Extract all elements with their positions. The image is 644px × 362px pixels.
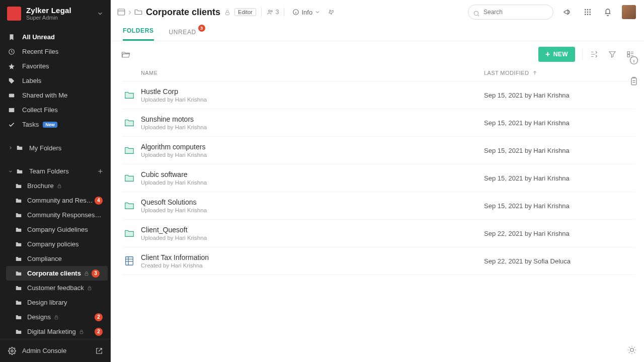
role-chip[interactable]: Editor bbox=[234, 8, 256, 16]
admin-console-label: Admin Console bbox=[22, 347, 66, 354]
tree-item-label: Company Guidelines bbox=[27, 226, 88, 233]
new-button[interactable]: + NEW bbox=[538, 47, 575, 62]
bell-icon[interactable] bbox=[602, 6, 614, 18]
file-row[interactable]: Hustle CorpUploaded by Hari KrishnaSep 1… bbox=[123, 81, 635, 109]
section-team-folders[interactable]: Team Folders + bbox=[0, 164, 111, 179]
nav-all-unread[interactable]: All Unread bbox=[0, 30, 111, 44]
tree-item-label: Customer feedback bbox=[27, 284, 84, 292]
star-icon bbox=[8, 63, 15, 70]
file-row[interactable]: Cubic softwareUploaded by Hari KrishnaSe… bbox=[123, 164, 635, 192]
column-name[interactable]: NAME bbox=[123, 70, 484, 76]
nav-label: Tasks bbox=[22, 121, 39, 128]
members-count[interactable]: 3 bbox=[267, 9, 279, 16]
tab-unread[interactable]: UNREAD 3 bbox=[169, 29, 196, 41]
nav-tasks[interactable]: Tasks New bbox=[0, 117, 111, 132]
info-icon bbox=[292, 9, 299, 16]
folder-open-icon[interactable] bbox=[121, 49, 131, 59]
column-modified-label: LAST MODIFIED bbox=[484, 70, 529, 76]
svg-point-11 bbox=[271, 11, 272, 12]
announce-icon[interactable] bbox=[561, 6, 574, 18]
row-title: Sunshine motors bbox=[141, 115, 484, 123]
tree-item-company-guidelines[interactable]: Company Guidelines bbox=[0, 222, 111, 237]
clipboard-icon[interactable] bbox=[629, 76, 639, 86]
svg-point-18 bbox=[587, 12, 589, 13]
row-subtitle: Uploaded by Hari Krishna bbox=[141, 207, 484, 213]
svg-rect-23 bbox=[627, 52, 630, 54]
breadcrumb-root-icon[interactable] bbox=[117, 8, 126, 17]
sort-icon[interactable] bbox=[590, 50, 599, 59]
lock-icon bbox=[79, 329, 84, 334]
lock-icon bbox=[57, 184, 62, 189]
tree-item-company-policies[interactable]: Company policies bbox=[0, 237, 111, 251]
file-row[interactable]: Client Tax InformationCreated by Hari Kr… bbox=[123, 247, 635, 275]
workspace-switcher[interactable]: Zylker Legal Super Admin bbox=[0, 0, 111, 27]
count-badge: 2 bbox=[95, 313, 103, 321]
nav-collect-files[interactable]: Collect Files bbox=[0, 103, 111, 117]
breadcrumb-folder-icon[interactable] bbox=[134, 8, 143, 17]
admin-console-link[interactable]: Admin Console bbox=[0, 339, 111, 362]
team-folder-tree: BrochureCommunity and Research4Community… bbox=[0, 178, 111, 339]
tree-item-design-library[interactable]: Design library bbox=[0, 295, 111, 310]
filter-icon[interactable] bbox=[608, 50, 617, 59]
nav-label: Recent Files bbox=[22, 48, 58, 55]
primary-nav: All Unread Recent Files Favorites Labels… bbox=[0, 27, 111, 132]
row-title: Client Tax Information bbox=[141, 253, 484, 261]
nav-label: Collect Files bbox=[22, 106, 58, 114]
lock-icon bbox=[87, 286, 92, 291]
user-avatar[interactable] bbox=[622, 5, 636, 19]
folder-icon bbox=[15, 255, 22, 262]
tab-folders[interactable]: FOLDERS bbox=[123, 27, 154, 41]
tree-item-designs[interactable]: Designs2 bbox=[0, 310, 111, 324]
file-row[interactable]: Quesoft SolutionsUploaded by Hari Krishn… bbox=[123, 192, 635, 220]
count-badge: 4 bbox=[95, 197, 103, 205]
row-modified: Sep 15, 2021 by Hari Krishna bbox=[484, 174, 635, 182]
svg-point-15 bbox=[587, 9, 589, 11]
nav-labels[interactable]: Labels bbox=[0, 73, 111, 88]
row-modified: Sep 15, 2021 by Hari Krishna bbox=[484, 202, 635, 210]
search-input[interactable] bbox=[468, 5, 553, 20]
nav-recent-files[interactable]: Recent Files bbox=[0, 44, 111, 59]
svg-point-10 bbox=[268, 10, 270, 12]
folder-icon bbox=[15, 299, 22, 306]
tree-item-brochure[interactable]: Brochure bbox=[0, 178, 111, 193]
file-row[interactable]: Algorithm computersUploaded by Hari Kris… bbox=[123, 137, 635, 164]
section-label: Team Folders bbox=[29, 167, 69, 175]
row-title: Cubic software bbox=[141, 170, 484, 178]
pin-icon[interactable] bbox=[328, 8, 335, 17]
tree-item-corporate-clients[interactable]: Corporate clients3 bbox=[6, 266, 108, 281]
add-team-folder-button[interactable]: + bbox=[98, 167, 103, 175]
tab-unread-label: UNREAD bbox=[169, 29, 196, 36]
nav-favorites[interactable]: Favorites bbox=[0, 59, 111, 73]
details-icon[interactable] bbox=[629, 55, 639, 65]
info-dropdown[interactable]: Info bbox=[292, 9, 320, 16]
row-subtitle: Uploaded by Hari Krishna bbox=[141, 179, 484, 186]
svg-point-14 bbox=[585, 9, 586, 11]
svg-rect-3 bbox=[85, 273, 88, 275]
tree-item-customer-feedback[interactable]: Customer feedback bbox=[0, 281, 111, 295]
folder-icon bbox=[16, 144, 23, 151]
workspace-role: Super Admin bbox=[26, 15, 71, 21]
folder-icon bbox=[15, 183, 22, 190]
tree-item-community-and-research[interactable]: Community and Research4 bbox=[0, 193, 111, 208]
main-panel: Corporate clients Editor 3 Info bbox=[111, 0, 644, 362]
unread-badge: 3 bbox=[198, 25, 205, 32]
nav-shared-with-me[interactable]: Shared with Me bbox=[0, 88, 111, 103]
column-last-modified[interactable]: LAST MODIFIED bbox=[484, 69, 635, 76]
folder-icon bbox=[15, 197, 22, 204]
chevron-down-icon bbox=[8, 169, 13, 174]
svg-point-17 bbox=[585, 12, 586, 13]
theme-toggle-icon[interactable] bbox=[627, 345, 637, 355]
chevron-right-icon bbox=[126, 8, 133, 17]
folder-icon bbox=[15, 241, 22, 248]
tree-item-community-responseswd[interactable]: Community ResponsesWD bbox=[0, 208, 111, 222]
tree-item-compliance[interactable]: Compliance bbox=[0, 251, 111, 266]
apps-icon[interactable] bbox=[582, 6, 594, 18]
gear-icon bbox=[8, 347, 16, 355]
topbar: Corporate clients Editor 3 Info bbox=[111, 0, 644, 24]
file-row[interactable]: Sunshine motorsUploaded by Hari KrishnaS… bbox=[123, 109, 635, 137]
file-row[interactable]: Client_QuesoftUploaded by Hari KrishnaSe… bbox=[123, 220, 635, 247]
svg-point-19 bbox=[589, 12, 591, 13]
tree-item-digital-marketing[interactable]: Digital Marketing2 bbox=[0, 324, 111, 339]
section-my-folders[interactable]: My Folders bbox=[0, 141, 111, 155]
tabs: FOLDERS UNREAD 3 bbox=[111, 24, 644, 41]
